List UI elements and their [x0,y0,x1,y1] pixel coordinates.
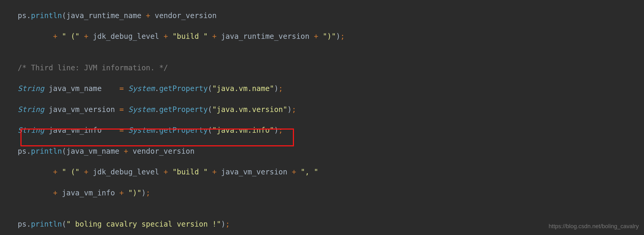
code-line-1: ps.println(java_runtime_name + vendor_ve… [0,10,644,21]
code-line-2: + " (" + jdk_debug_level + "build " + ja… [0,31,644,42]
code-line-6: String java_vm_version = System.getPrope… [0,104,644,115]
watermark-text: https://blog.csdn.net/boling_cavalry [549,222,639,230]
code-line-4: /* Third line: JVM information. */ [0,63,644,73]
code-line-7: String java_vm_info = System.getProperty… [0,125,644,136]
code-line-10: + java_vm_info + ")"); [0,188,644,198]
code-line-8: ps.println(java_vm_name + vendor_version [0,146,644,157]
code-line-12: ps.println(" boling cavalry special vers… [0,219,644,229]
code-block: ps.println(java_runtime_name + vendor_ve… [0,0,644,235]
code-line-5: String java_vm_name = System.getProperty… [0,83,644,94]
code-line-9: + " (" + jdk_debug_level + "build " + ja… [0,167,644,177]
